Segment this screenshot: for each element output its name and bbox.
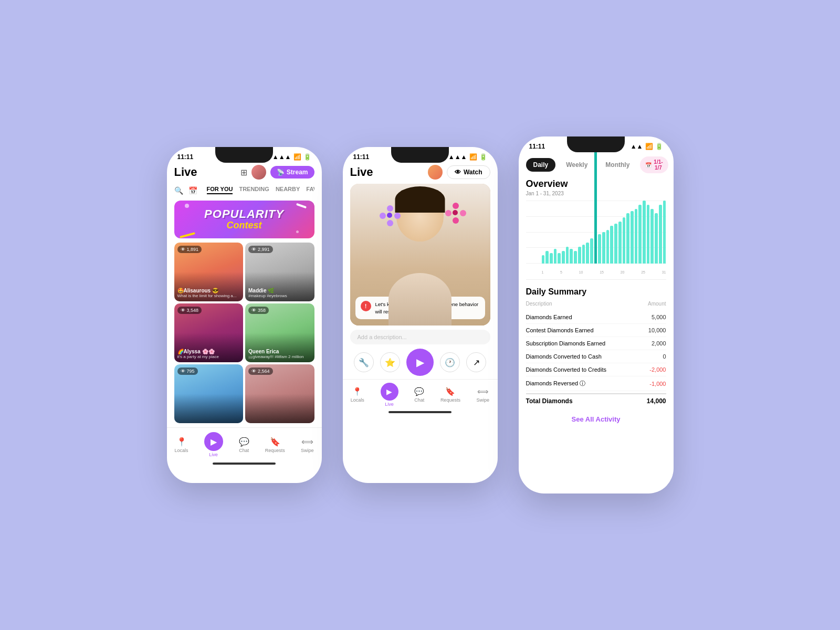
nav-for-you[interactable]: FOR YOU bbox=[207, 186, 233, 194]
tab-daily[interactable]: Daily bbox=[526, 158, 556, 172]
p1-views-5: 👁 795 bbox=[177, 368, 198, 375]
table-row-3: Subscription Diamonds Earned 2,000 bbox=[526, 337, 666, 350]
wrench-button[interactable]: 🔧 bbox=[354, 352, 374, 372]
eye-icon: 👁 bbox=[251, 247, 256, 252]
status-time-2: 11:11 bbox=[353, 153, 370, 161]
chart-bar-14: ♦ 14,000 bbox=[594, 136, 597, 264]
chart-bar-16 bbox=[602, 232, 605, 264]
stream-cell-6[interactable]: 👁 2,564 bbox=[245, 364, 314, 423]
chart-bar-11 bbox=[582, 245, 585, 264]
p1-tab-live[interactable]: ▶ Live bbox=[204, 432, 223, 457]
description-placeholder: Add a description... bbox=[358, 334, 407, 340]
p1-info-2: Maddie 🌿 #makeup #eyebrows bbox=[248, 288, 311, 298]
history-button[interactable]: 🕐 bbox=[440, 352, 460, 372]
chart-bar-8 bbox=[570, 249, 573, 264]
stream-button[interactable]: 📡 Stream bbox=[270, 166, 314, 178]
search-icon[interactable]: 🔍 bbox=[174, 186, 183, 195]
phone-3: 11:11 ▲▲ 📶 🔋 Daily Weekly Monthly 📅 1/1-… bbox=[519, 136, 674, 494]
p2-avatar[interactable] bbox=[428, 165, 443, 180]
alert-icon: ! bbox=[361, 301, 371, 311]
tab-weekly[interactable]: Weekly bbox=[559, 158, 595, 172]
p2-header-right: 👁 Watch bbox=[428, 165, 490, 180]
stream-cell-2[interactable]: 👁 2,991 Maddie 🌿 #makeup #eyebrows bbox=[245, 243, 314, 301]
stream-cell-5[interactable]: 👁 795 bbox=[174, 364, 244, 423]
table-row-4: Diamonds Converted to Cash 0 bbox=[526, 350, 666, 363]
eye-icon: 👁 bbox=[181, 247, 185, 252]
tab-monthly[interactable]: Monthly bbox=[598, 158, 637, 172]
wifi-icon: 📶 bbox=[645, 143, 653, 150]
p1-banner-line1: POPULARITY bbox=[204, 208, 284, 220]
eye-icon: 👁 bbox=[251, 369, 256, 374]
chart-bar-23 bbox=[631, 211, 634, 264]
chart-bar-13 bbox=[590, 238, 593, 264]
p2-tab-swipe[interactable]: ⟺ Swipe bbox=[477, 387, 490, 403]
p1-tab-locals[interactable]: 📍 Locals bbox=[175, 437, 188, 453]
see-all-activity[interactable]: See All Activity bbox=[519, 408, 674, 430]
nav-favorites[interactable]: FAVORITES bbox=[306, 186, 314, 194]
play-icon: ▶ bbox=[416, 356, 424, 369]
chart-bar-9 bbox=[574, 251, 577, 264]
p2-bottom-nav: 📍 Locals ▶ Live 💬 Chat 🔖 Requests ⟺ Swip… bbox=[343, 379, 498, 409]
eye-icon: 👁 bbox=[455, 169, 461, 176]
chart-bar-17 bbox=[606, 230, 610, 264]
phone-2: 11:11 ▲▲▲ 📶 🔋 Live 👁 Watch bbox=[343, 147, 498, 483]
chart-bar-12 bbox=[586, 243, 589, 264]
p1-header-right: ⊞ 📡 Stream bbox=[240, 165, 314, 180]
chart-bar-21 bbox=[623, 217, 626, 264]
chart-bar-15 bbox=[598, 234, 601, 264]
p2-tab-live[interactable]: ▶ Live bbox=[381, 383, 398, 407]
p2-tab-requests[interactable]: 🔖 Requests bbox=[440, 387, 460, 403]
p1-tab-chat[interactable]: 💬 Chat bbox=[239, 437, 249, 453]
p1-views-4: 👁 358 bbox=[248, 307, 269, 314]
chart-bar-27 bbox=[647, 205, 650, 264]
calendar-icon[interactable]: 📅 bbox=[188, 186, 197, 195]
p1-info-3: 🌈Alyssa 🌸🌸 it's a party at my place bbox=[177, 349, 240, 359]
chart-bar-7 bbox=[566, 247, 569, 264]
p1-views-3: 👁 3,548 bbox=[177, 307, 202, 314]
p2-tab-chat[interactable]: 💬 Chat bbox=[414, 387, 424, 403]
star-button[interactable]: ⭐ bbox=[380, 352, 400, 372]
table-row-6: Diamonds Reversed ⓘ -1,000 bbox=[526, 376, 666, 391]
chart-bar-4 bbox=[554, 249, 557, 264]
p2-description[interactable]: Add a description... bbox=[350, 330, 490, 344]
decor-dot1 bbox=[185, 204, 189, 208]
star-icon: ⭐ bbox=[385, 358, 395, 368]
live-play-icon: ▶ bbox=[204, 432, 223, 451]
date-range-button[interactable]: 📅 1/1-1/7 bbox=[640, 156, 668, 173]
clock-icon: 🕐 bbox=[445, 358, 455, 368]
status-icons-2: ▲▲▲ 📶 🔋 bbox=[448, 153, 487, 161]
p1-info-1: 🤩Alisaurous 😎 What is the limit for show… bbox=[177, 288, 240, 298]
p2-tab-locals[interactable]: 📍 Locals bbox=[351, 387, 364, 403]
stream-cell-4[interactable]: 👁 358 Queen Erica ¡¡¡giveaway!!! #litfam… bbox=[245, 303, 314, 362]
p1-banner-line2: Contest bbox=[204, 220, 284, 231]
p1-avatar[interactable] bbox=[251, 165, 266, 180]
share-button[interactable]: ↗ bbox=[466, 352, 486, 372]
nav-nearby[interactable]: NEARBY bbox=[276, 186, 300, 194]
nav-trending[interactable]: TRENDING bbox=[239, 186, 269, 194]
chart-bar-3 bbox=[550, 253, 553, 264]
wrench-icon: 🔧 bbox=[359, 358, 369, 368]
decor-dot2 bbox=[296, 230, 299, 233]
status-icons-3: ▲▲ 📶 🔋 bbox=[631, 143, 663, 150]
stream-cell-3[interactable]: 👁 3,548 🌈Alyssa 🌸🌸 it's a party at my pl… bbox=[174, 303, 244, 362]
grid-icon[interactable]: ⊞ bbox=[240, 167, 247, 177]
chart-bar-22 bbox=[626, 213, 629, 264]
p2-title: Live bbox=[350, 165, 373, 179]
eye-icon: 👁 bbox=[181, 369, 185, 374]
stream-cell-1[interactable]: 👁 1,891 🤩Alisaurous 😎 What is the limit … bbox=[174, 243, 244, 301]
p1-tab-swipe[interactable]: ⟺ Swipe bbox=[301, 437, 314, 453]
p3-summary-table: Description Amount Diamonds Earned 5,000… bbox=[526, 301, 666, 408]
watch-button[interactable]: 👁 Watch bbox=[447, 165, 490, 179]
p1-stream-grid: 👁 1,891 🤩Alisaurous 😎 What is the limit … bbox=[174, 243, 314, 423]
p2-home-indicator bbox=[388, 411, 452, 413]
chart-bar-5 bbox=[558, 253, 561, 264]
p1-tab-requests[interactable]: 🔖 Requests bbox=[265, 437, 285, 453]
table-row-2: Contest Diamonds Earned 10,000 bbox=[526, 324, 666, 337]
go-live-button[interactable]: ▶ bbox=[406, 349, 434, 376]
status-time-3: 11:11 bbox=[529, 143, 545, 150]
battery-icon: 🔋 bbox=[303, 153, 311, 161]
chart-bar-1 bbox=[542, 255, 545, 264]
chart-bar-6 bbox=[562, 251, 565, 264]
table-row-total: Total Diamonds 14,000 bbox=[526, 393, 666, 408]
p1-title: Live bbox=[174, 165, 197, 179]
